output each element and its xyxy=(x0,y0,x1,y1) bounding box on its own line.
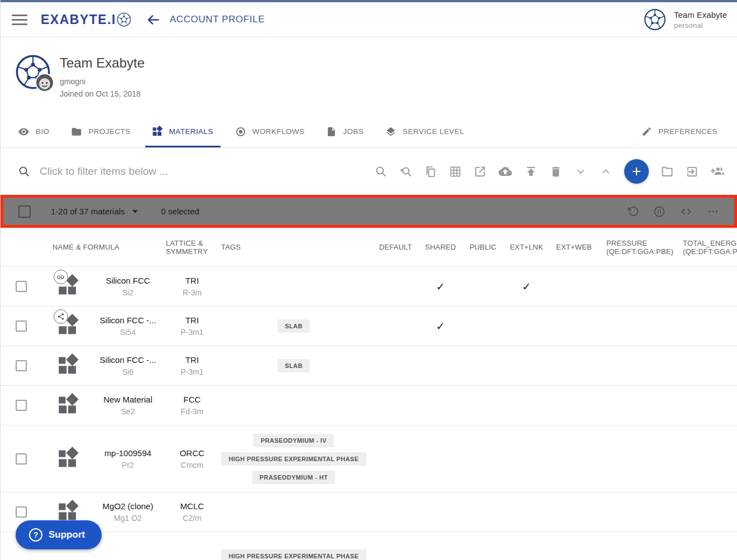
material-name[interactable]: MgO2 (clone) xyxy=(103,501,154,511)
grid-button[interactable] xyxy=(449,165,462,178)
delete-icon xyxy=(549,165,562,178)
select-all-checkbox[interactable] xyxy=(18,205,31,218)
col-header-pressure: PRESSURE (QE:DFT:GGA:PBE) xyxy=(599,228,676,266)
restore-button[interactable] xyxy=(627,205,640,218)
material-formula: Mg1 O2 xyxy=(114,514,142,523)
symmetry-group: R-3m xyxy=(183,288,202,297)
symmetry-group: P-3m1 xyxy=(180,367,203,376)
material-row-mp-1009594[interactable]: mp-1009594 Pr2ORCC CmcmPRASEODYMIUM - IV… xyxy=(1,425,737,492)
materials-range-dropdown[interactable]: 1-20 of 37 materials xyxy=(51,207,138,216)
tag-chip[interactable]: SLAB xyxy=(277,359,310,372)
pause-circle-button[interactable] xyxy=(653,205,666,218)
exit-to-app-button[interactable] xyxy=(686,165,698,178)
more-horiz-icon xyxy=(706,205,720,218)
logo-text: EXABYTE.I xyxy=(41,12,116,27)
row-checkbox[interactable] xyxy=(16,360,27,371)
material-formula: Se2 xyxy=(121,407,135,416)
search-icon xyxy=(17,165,31,178)
material-row-new-material[interactable]: New Material Se2FCC Fd-3m xyxy=(1,386,737,425)
material-name[interactable]: Silicon FCC -... xyxy=(100,355,156,365)
table-header-row: NAME & FORMULA LATTICE & SYMMETRY TAGS D… xyxy=(1,228,737,267)
plus-icon xyxy=(630,165,643,178)
group-add-button[interactable] xyxy=(710,165,725,178)
material-name[interactable]: New Material xyxy=(103,395,152,404)
lattice-type: TRI xyxy=(185,315,199,325)
tag-chip[interactable]: HIGH PRESSURE EXPERIMENTAL PHASE xyxy=(221,549,366,560)
lattice-type: MCLC xyxy=(180,501,204,511)
grid-icon xyxy=(449,165,462,178)
material-icon xyxy=(58,393,80,418)
tab-materials[interactable]: MATERIALS xyxy=(145,117,221,147)
open-in-new-button[interactable] xyxy=(473,165,486,178)
publish-icon xyxy=(524,165,538,178)
col-header-name-formula: NAME & FORMULA xyxy=(48,228,162,266)
material-row-silicon-fcc[interactable]: Silicon FCC Si2TRI R-3m✓✓ xyxy=(1,267,737,307)
copy-icon xyxy=(424,165,437,178)
tab-label: PREFERENCES xyxy=(658,127,717,136)
tab-label: WORKFLOWS xyxy=(252,127,305,136)
cloud-upload-icon xyxy=(498,165,513,178)
lattice-type: FCC xyxy=(184,395,201,404)
selection-toolbar-highlighted: 1-20 of 37 materials 0 selected xyxy=(1,195,737,228)
tab-jobs[interactable]: JOBS xyxy=(319,117,371,147)
material-row-mgo2-clone[interactable]: MgO2 (clone) Mg1 O2MCLC C2/m xyxy=(1,492,737,532)
add-material-button[interactable] xyxy=(624,159,649,184)
tab-label: JOBS xyxy=(343,127,363,136)
layers-icon xyxy=(385,126,396,137)
restore-icon xyxy=(627,205,640,218)
col-header-ext-web: EXT+WEB xyxy=(549,228,599,266)
profile-avatar xyxy=(15,54,51,90)
folder-filled-icon xyxy=(71,126,82,137)
tab-preferences[interactable]: PREFERENCES xyxy=(634,117,725,147)
back-arrow-button[interactable] xyxy=(146,12,161,27)
open-in-new-icon xyxy=(473,165,486,178)
material-name[interactable]: Silicon FCC xyxy=(106,276,150,285)
caret-down-icon xyxy=(132,210,138,213)
material-row[interactable]: HIGH PRESSURE EXPERIMENTAL PHASE xyxy=(1,532,737,560)
checkmark-icon: ✓ xyxy=(522,280,531,293)
copy-button[interactable] xyxy=(424,165,437,178)
face-badge-icon xyxy=(35,73,54,94)
filter-input[interactable] xyxy=(40,165,252,178)
row-checkbox[interactable] xyxy=(16,506,27,518)
chevron-down-button[interactable] xyxy=(574,165,587,178)
tab-label: SERVICE LEVEL xyxy=(403,127,464,136)
row-checkbox[interactable] xyxy=(16,400,27,411)
material-row-silicon-fcc[interactable]: Silicon FCC -... Si6TRI P-3m1SLAB xyxy=(1,346,737,386)
link-badge-icon xyxy=(54,270,68,284)
back-arrow-icon xyxy=(146,12,161,27)
header-user-menu[interactable]: Team Exabyte personal xyxy=(644,8,727,31)
tag-chip[interactable]: PRASEODYMIUM - IV xyxy=(253,434,334,447)
header-user-name: Team Exabyte xyxy=(674,10,727,20)
menu-button[interactable] xyxy=(12,15,27,25)
search-button[interactable] xyxy=(374,165,387,178)
pause-circle-icon xyxy=(653,205,666,218)
question-mark-icon: ? xyxy=(29,528,42,542)
search-icon xyxy=(374,165,387,178)
search-history-button[interactable] xyxy=(399,165,413,178)
row-checkbox[interactable] xyxy=(16,281,27,292)
profile-joined-date: Joined on Oct 15, 2018 xyxy=(60,88,145,100)
more-horiz-button[interactable] xyxy=(706,205,720,218)
material-name[interactable]: mp-1009594 xyxy=(104,448,151,458)
support-button[interactable]: ? Support xyxy=(16,520,102,549)
delete-button[interactable] xyxy=(549,165,562,178)
tag-chip[interactable]: SLAB xyxy=(277,319,310,333)
row-checkbox[interactable] xyxy=(16,320,27,332)
tab-bio[interactable]: BIO xyxy=(11,117,56,147)
cloud-upload-button[interactable] xyxy=(498,165,513,178)
publish-button[interactable] xyxy=(524,165,538,178)
chevron-up-button[interactable] xyxy=(599,165,612,178)
folder-button[interactable] xyxy=(661,165,674,178)
tab-workflows[interactable]: WORKFLOWS xyxy=(228,117,312,147)
tab-service-level[interactable]: SERVICE LEVEL xyxy=(378,117,471,147)
row-checkbox[interactable] xyxy=(16,453,27,465)
tag-chip[interactable]: HIGH PRESSURE EXPERIMENTAL PHASE xyxy=(221,452,366,466)
tag-chip[interactable]: PRASEODYMIUM - HT xyxy=(252,471,335,484)
material-row-silicon-fcc[interactable]: Silicon FCC -... Si54TRI P-3m1SLAB✓ xyxy=(1,307,737,346)
material-name[interactable]: Silicon FCC -... xyxy=(100,315,156,325)
tab-label: MATERIALS xyxy=(169,127,213,136)
tab-projects[interactable]: PROJECTS xyxy=(64,117,137,147)
code-button[interactable] xyxy=(679,205,693,218)
exabyte-logo[interactable]: EXABYTE.I xyxy=(41,12,131,27)
